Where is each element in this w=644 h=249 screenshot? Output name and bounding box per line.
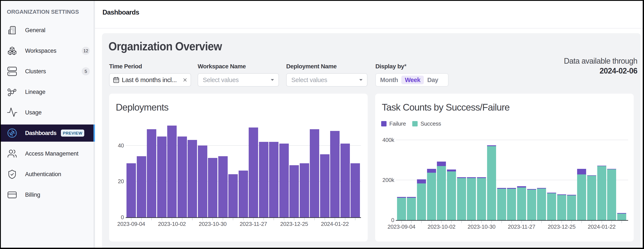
bar [218,156,228,217]
time-period-filter[interactable]: Last 6 months incl... [109,73,191,86]
bar-success [617,214,626,220]
sidebar-item-clusters[interactable]: Clusters5 [1,63,94,80]
data-available-date: 2024-02-06 [564,67,637,75]
bar-failure [457,177,466,178]
x-axis-tick [335,218,335,220]
bar-failure [597,166,606,166]
x-axis-tick [151,218,152,220]
bar-failure [547,193,556,193]
x-axis-label: 2024-01-22 [588,224,616,230]
sidebar-item-general[interactable]: General [1,22,94,39]
sidebar-item-billing[interactable]: Billing [1,186,94,203]
servers-icon [7,66,17,76]
bar-success [577,174,586,220]
x-axis-tick [511,221,512,223]
time-period-label: Time Period [109,64,142,70]
bar-failure [487,145,496,146]
bar-success [517,188,526,220]
sidebar-item-label: Billing [25,192,40,198]
x-axis-tick [243,218,244,220]
deployment-name-select[interactable]: Select values [286,73,368,86]
sidebar-item-lineage[interactable]: Lineage [1,83,94,100]
x-axis-line [396,220,628,221]
sidebar-item-dashboards[interactable]: DashboardsPREVIEW [1,124,94,142]
bar-failure [407,197,416,198]
data-available-note: Data available through 2024-02-06 [564,57,637,75]
x-axis-tick [274,218,274,220]
sidebar-item-workspaces[interactable]: Workspaces12 [1,42,94,59]
sidebar-item-authentication[interactable]: Authentication [1,166,94,183]
gridline [396,140,628,140]
x-axis-tick [502,221,502,223]
bar-success [487,146,496,220]
x-axis-tick [622,221,622,223]
x-axis-label: 2023-09-04 [117,221,145,227]
count-badge: 5 [82,67,90,76]
bar [167,126,177,217]
legend-swatch-success[interactable] [412,121,418,126]
display-by-option-month[interactable]: Month [377,76,401,84]
sidebar-item-usage[interactable]: Usage [1,104,94,121]
x-axis-tick [592,221,592,223]
bar [228,174,238,217]
x-axis-tick [202,218,203,220]
bar-failure [427,169,436,173]
x-axis-label: 2023-11-27 [240,221,267,227]
x-axis-tick [491,221,492,223]
x-axis-label: 2023-10-02 [428,224,455,230]
x-axis-tick [562,221,562,223]
bar [320,154,330,217]
bar-failure [567,195,576,196]
deployments-chart-title: Deployments [116,103,168,112]
page-title: Dashboards [102,9,139,16]
bar [147,129,156,217]
bar-success [527,190,536,220]
shield-check-icon [7,169,17,179]
sidebar-item-label: Workspaces [25,48,56,54]
bar [340,144,350,217]
bar-success [407,198,416,220]
bar [310,129,319,217]
bar-success [467,178,476,220]
x-axis-tick [421,221,422,223]
bar-success [567,196,576,220]
bar [137,156,146,217]
x-axis-tick [182,218,182,220]
x-axis-label: 2023-09-04 [388,224,416,230]
x-axis-tick [294,218,294,220]
workspace-name-placeholder: Select values [203,77,238,83]
legend-swatch-failure[interactable] [381,121,386,126]
bar-success [447,172,456,220]
clear-time-period-icon[interactable] [183,78,187,82]
bar-failure [517,186,526,188]
bar-success [477,178,486,220]
x-axis-tick [401,221,402,223]
bar [208,158,218,217]
bar-failure [437,162,446,166]
x-axis-tick [172,218,172,220]
sidebar-item-label: Lineage [25,89,46,95]
deployment-name-label: Deployment Name [286,64,336,70]
workspace-name-select[interactable]: Select values [198,73,279,86]
bar-success [417,184,426,220]
bar-success [557,195,566,220]
selected-accent-bar [94,124,95,142]
deployment-name-placeholder: Select values [291,77,327,83]
bar [330,131,340,217]
dashboard-panel: Organization Overview Time Period Worksp… [102,33,640,248]
bar-failure [577,169,586,174]
bar-success [497,189,506,220]
bar [279,144,289,217]
bar [350,163,360,217]
x-axis-tick [223,218,223,220]
display-by-option-day[interactable]: Day [424,76,442,84]
x-axis-tick [314,218,315,220]
lineage-icon [7,87,17,97]
bar-failure [447,170,456,171]
display-by-option-week[interactable]: Week [401,76,424,84]
x-axis-tick [571,221,572,223]
app-window: ORGANIZATION SETTINGS GeneralWorkspaces1… [1,1,643,248]
sidebar-item-label: Dashboards [25,130,56,136]
sidebar-item-access-management[interactable]: Access Management [1,145,94,162]
required-asterisk: * [404,62,407,70]
